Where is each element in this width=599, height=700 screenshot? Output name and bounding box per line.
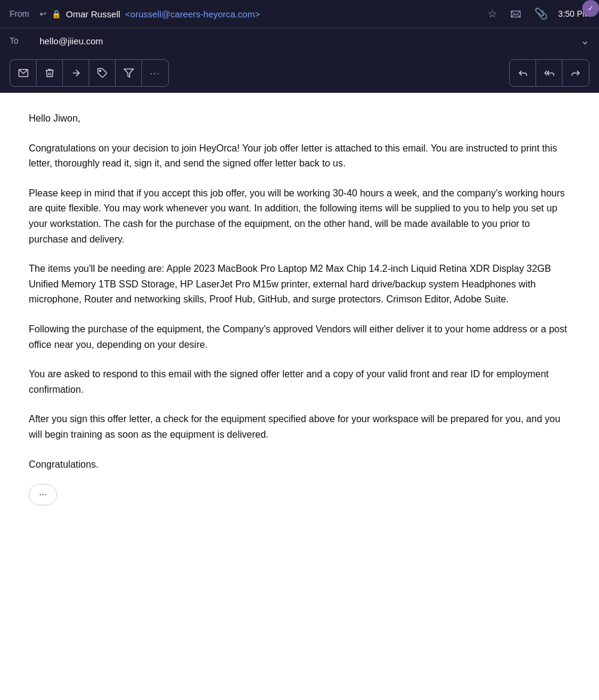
sender-name: Omar Russell [66, 9, 120, 19]
paragraph-2: Please keep in mind that if you accept t… [29, 186, 570, 247]
checkmark-icon: ✓ [588, 4, 594, 13]
greeting: Hello Jiwon, [29, 111, 570, 126]
expand-recipients-button[interactable]: ⌄ [580, 34, 589, 47]
archive-button[interactable]: 🖂 [508, 7, 524, 22]
reply-button[interactable] [510, 60, 536, 86]
back-icon: ↩ [40, 9, 47, 19]
toolbar-main-group: ··· [10, 59, 169, 87]
reply-all-button[interactable] [536, 60, 562, 86]
paragraph-6: After you sign this offer letter, a chec… [29, 411, 570, 442]
more-toolbar-button[interactable]: ··· [142, 60, 168, 86]
more-options-bottom-button[interactable]: ··· [29, 484, 57, 505]
more-dots-label: ··· [39, 489, 47, 500]
paragraph-3: The items you'll be needing are: Apple 2… [29, 261, 570, 307]
status-indicator: ✓ [582, 0, 599, 17]
tag-button[interactable] [89, 60, 116, 86]
toolbar: ··· [0, 53, 599, 93]
sender-email[interactable]: <orussell@careers-heyorca.com> [125, 9, 260, 19]
toolbar-right [509, 59, 589, 87]
to-row: To hello@jiieu.com ⌄ [0, 28, 599, 53]
svg-marker-2 [124, 69, 133, 77]
paragraph-1: Congratulations on your decision to join… [29, 141, 570, 171]
email-container: ✓ From ↩ 🔒 Omar Russell <orussell@career… [0, 0, 599, 523]
attachment-button[interactable]: 📎 [532, 6, 550, 22]
toolbar-left: ··· [10, 59, 169, 87]
forward-button[interactable] [562, 60, 589, 86]
toolbar-reply-group [509, 59, 589, 87]
header-actions: ☆ 🖂 📎 3:50 PM [485, 6, 589, 22]
from-content: ↩ 🔒 Omar Russell <orussell@careers-heyor… [40, 9, 485, 19]
paragraph-4: Following the purchase of the equipment,… [29, 322, 570, 352]
mail-button[interactable] [10, 60, 37, 86]
to-label: To [10, 36, 40, 46]
trash-button[interactable] [37, 60, 63, 86]
from-row: From ↩ 🔒 Omar Russell <orussell@careers-… [0, 0, 599, 28]
move-button[interactable] [63, 60, 89, 86]
paragraph-5: You are asked to respond to this email w… [29, 366, 570, 397]
closing: Congratulations. [29, 457, 570, 472]
from-label: From [10, 9, 40, 19]
email-body: Hello Jiwon, Congratulations on your dec… [0, 93, 599, 523]
recipient-email: hello@jiieu.com [40, 36, 580, 46]
email-header: From ↩ 🔒 Omar Russell <orussell@careers-… [0, 0, 599, 93]
svg-point-1 [99, 70, 101, 71]
lock-icon: 🔒 [52, 10, 61, 19]
star-button[interactable]: ☆ [485, 6, 500, 22]
filter-button[interactable] [116, 60, 142, 86]
